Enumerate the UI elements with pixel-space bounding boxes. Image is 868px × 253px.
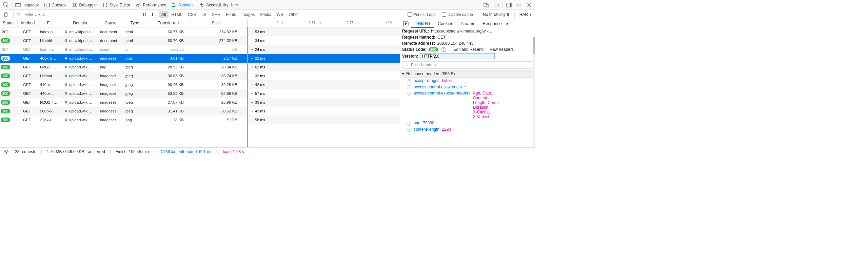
version-input[interactable] <box>420 53 495 59</box>
waterfall-row[interactable]: → 22 ms <box>248 54 400 63</box>
divider <box>514 12 515 18</box>
type-filter-js[interactable]: JS <box>199 11 209 18</box>
type-filter-css[interactable]: CSS <box>185 11 199 18</box>
type-filter-images[interactable]: Images <box>239 11 257 18</box>
waterfall-row[interactable]: → 58 ms <box>248 115 400 124</box>
help-icon[interactable]: ? <box>407 92 411 96</box>
type-filter-fonts[interactable]: Fonts <box>223 11 239 18</box>
responsive-mode-icon[interactable] <box>481 1 491 9</box>
waterfall-row[interactable]: → 42 ms <box>248 80 400 89</box>
tab-response[interactable]: Response <box>479 20 505 27</box>
tab-console-label: Console <box>52 3 66 7</box>
throttling-select[interactable]: No throttling ⇅ <box>481 11 512 18</box>
tab-cookies[interactable]: Cookies <box>434 20 456 27</box>
col-file[interactable]: F… <box>39 19 62 27</box>
header-row: ?content-length: 2224 <box>400 126 535 133</box>
disable-cache-checkbox[interactable]: Disable cache <box>440 12 475 17</box>
status-code-value: 200 <box>429 47 438 51</box>
perf-icon[interactable] <box>3 149 10 155</box>
tab-debugger[interactable]: Debugger <box>69 1 100 9</box>
col-type[interactable]: Type <box>123 19 146 27</box>
waterfall-row[interactable]: → 43 ms <box>248 107 400 115</box>
help-icon[interactable]: ? <box>441 47 446 52</box>
ruler-icon[interactable] <box>492 1 501 9</box>
close-devtools-icon[interactable] <box>525 1 534 9</box>
waterfall-row[interactable]: → 53 ms <box>248 27 400 36</box>
tab-headers[interactable]: Headers <box>411 20 434 28</box>
tab-params[interactable]: Params <box>457 20 478 27</box>
type-filter-all[interactable]: All <box>159 11 169 18</box>
waterfall-header: 0 ms1.37 min2.73 min4.10 min <box>248 19 400 27</box>
dock-side-icon[interactable] <box>504 1 514 9</box>
col-method[interactable]: Method <box>18 19 39 27</box>
tab-accessibility[interactable]: Accessibility New <box>196 1 240 9</box>
chevron-down-icon: ▾ <box>402 71 404 76</box>
request-row[interactable]: 200GET440px-…upload.wiki…imagesetjpeg90.… <box>0 80 247 89</box>
edit-resend-button[interactable]: Edit and Resend <box>454 47 484 52</box>
pause-icon[interactable] <box>141 12 148 18</box>
timeline-tick: 4.10 min <box>362 19 400 27</box>
svg-rect-24 <box>145 13 146 16</box>
har-menu[interactable]: HAR ▼ <box>517 11 534 18</box>
request-row[interactable]: 200GETUltimat…upload.wiki…imagesetjpeg36… <box>0 71 247 80</box>
help-icon[interactable]: ? <box>407 85 411 89</box>
pick-element-icon[interactable] <box>1 1 11 9</box>
svg-rect-28 <box>65 49 67 50</box>
request-row[interactable]: 200GETH2G2_…upload.wiki…imgjpeg28.93 KB2… <box>0 63 247 71</box>
svg-rect-17 <box>510 3 511 7</box>
chevron-down-icon: ▼ <box>529 13 532 16</box>
tab-style-editor[interactable]: Style Editor <box>100 1 133 9</box>
tab-performance[interactable]: Performance <box>133 1 169 9</box>
svg-rect-23 <box>143 13 144 16</box>
more-tabs-icon[interactable] <box>506 21 509 26</box>
col-domain[interactable]: Domain <box>62 19 98 27</box>
version-label: Version: <box>402 54 418 59</box>
request-row[interactable]: 200GET40px-S…upload.wiki…imagesetpng3.01… <box>0 54 247 63</box>
svg-rect-35 <box>65 111 67 112</box>
persist-logs-checkbox[interactable]: Persist Logs <box>406 12 438 17</box>
help-icon[interactable]: ? <box>407 128 411 132</box>
waterfall-row[interactable]: → 33 ms <box>248 98 400 107</box>
help-icon[interactable]: ? <box>407 79 411 83</box>
request-row[interactable]: 200GET500px-…upload.wiki…imagesetjpeg31.… <box>0 107 247 115</box>
tab-inspector[interactable]: Inspector <box>13 1 42 9</box>
waterfall-row[interactable]: → 34 ms <box>248 36 400 45</box>
waterfall-row[interactable]: → 57 ms <box>248 89 400 98</box>
waterfall-row[interactable]: → 62 ms <box>248 63 400 71</box>
filter-urls-input[interactable] <box>22 11 138 18</box>
tab-network[interactable]: Network <box>169 1 196 9</box>
raw-headers-button[interactable]: Raw headers <box>490 47 514 52</box>
waterfall-row[interactable]: → 32 ms <box>248 71 400 80</box>
help-icon[interactable]: ? <box>407 122 411 126</box>
domcontentloaded-time: DOMContentLoaded: 691 ms <box>159 149 212 154</box>
type-filter-media[interactable]: Media <box>257 11 274 18</box>
request-row[interactable]: 200GET22px-L…upload.wiki…imagesetpng1.28… <box>0 115 247 124</box>
col-cause[interactable]: Cause <box>98 19 123 27</box>
request-row[interactable]: 200GETHitchhi…en.wikipedia…documenthtml6… <box>0 36 247 45</box>
scrollbar[interactable] <box>533 37 535 147</box>
send-request-icon[interactable] <box>401 20 410 27</box>
request-row[interactable]: 200GETH2G2_f…upload.wiki…imagesetjpeg27.… <box>0 98 247 107</box>
type-filter-html[interactable]: HTML <box>169 11 185 18</box>
type-filter-ws[interactable]: WS <box>274 11 286 18</box>
col-size[interactable]: Size <box>191 19 241 27</box>
svg-line-4 <box>138 5 139 6</box>
request-row[interactable]: 302GETindex.p…en.wikipedia…documenthtml6… <box>0 27 247 36</box>
request-row[interactable]: 200GET440px-…upload.wiki…imagesetjpeg53.… <box>0 89 247 98</box>
waterfall-row[interactable]: → 24 ms <box>248 45 400 54</box>
tab-style-editor-label: Style Editor <box>110 3 130 7</box>
response-headers-section[interactable]: ▾ Response headers (858 B) <box>400 70 535 78</box>
header-row: ?access-control-expose-headers: Age, Dat… <box>400 90 535 120</box>
request-row[interactable]: 304GETload.ph…en.wikipedia…scriptjscache… <box>0 45 247 54</box>
more-options-icon[interactable] <box>514 1 524 9</box>
clear-requests-icon[interactable] <box>1 10 11 18</box>
remote-address-value: 208.80.154.240:443 <box>437 41 473 46</box>
col-status[interactable]: Status <box>0 19 18 27</box>
tab-console[interactable]: Console <box>42 1 69 9</box>
type-filter-xhr[interactable]: XHR <box>209 11 223 18</box>
filter-headers-input[interactable]: Filter headers <box>402 61 533 69</box>
network-footer: 28 requests | 1.75 MB / 646.60 KB transf… <box>0 147 535 155</box>
type-filter-other[interactable]: Other <box>286 11 301 18</box>
col-transferred[interactable]: Transferred <box>146 19 191 27</box>
step-icon[interactable] <box>148 12 155 18</box>
